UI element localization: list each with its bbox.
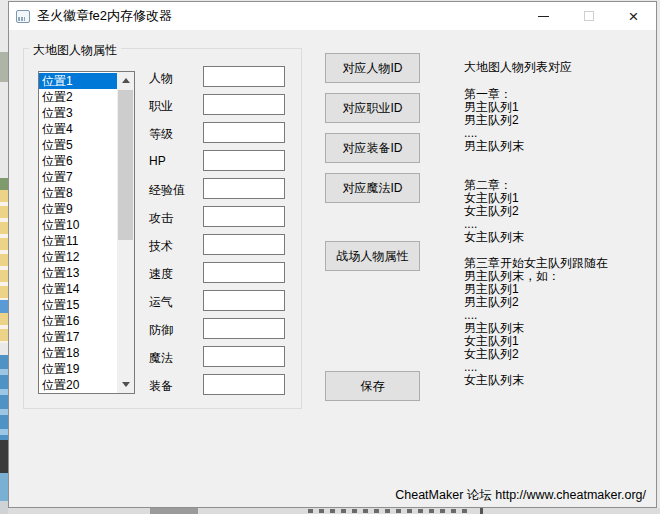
- desktop-icon-fragment: [0, 355, 8, 440]
- list-item[interactable]: 位置11: [39, 233, 117, 249]
- list-item[interactable]: 位置16: [39, 313, 117, 329]
- list-item[interactable]: 位置20: [39, 377, 117, 393]
- window-title: 圣火徽章fe2内存修改器: [37, 7, 172, 25]
- info-line: 女主队列末: [464, 231, 608, 244]
- field-label-exp: 经验值: [149, 182, 185, 199]
- cheatmaker-credit: CheatMaker 论坛 http://www.cheatmaker.org/: [395, 487, 646, 504]
- scrollbar-track[interactable]: [117, 72, 134, 393]
- desktop-icon-fragment: [0, 300, 8, 313]
- field-input-magic[interactable]: [203, 346, 285, 367]
- list-item[interactable]: 位置8: [39, 185, 117, 201]
- close-button[interactable]: ×: [611, 2, 656, 30]
- save-button[interactable]: 保存: [325, 371, 420, 401]
- field-input-exp[interactable]: [203, 178, 285, 199]
- list-item[interactable]: 位置1: [39, 73, 117, 89]
- desktop-icon-fragment: [0, 440, 8, 473]
- list-item[interactable]: 位置7: [39, 169, 117, 185]
- minimize-icon: [538, 16, 549, 17]
- app-window: 圣火徽章fe2内存修改器 × 大地图人物属性 位置1 位置2 位置3 位置4 位…: [8, 1, 657, 508]
- field-input-defense[interactable]: [203, 318, 285, 339]
- field-label-attack: 攻击: [149, 210, 173, 227]
- desktop-background-strip: [0, 0, 8, 514]
- list-item[interactable]: 位置4: [39, 121, 117, 137]
- desktop-icon-fragment: [0, 178, 8, 190]
- desktop-icon-fragment: [0, 473, 8, 501]
- field-label-defense: 防御: [149, 322, 173, 339]
- background-window-fragment: [480, 508, 483, 514]
- maximize-icon: [584, 11, 594, 21]
- background-window-fragment: [308, 509, 468, 513]
- scrollbar-thumb[interactable]: [118, 90, 133, 240]
- scrollbar-up-button[interactable]: [117, 72, 134, 89]
- info-line: 男主队列2: [464, 114, 608, 127]
- field-input-class[interactable]: [203, 94, 285, 115]
- list-item[interactable]: 位置2: [39, 89, 117, 105]
- maximize-button: [566, 2, 611, 30]
- field-label-luck: 运气: [149, 294, 173, 311]
- list-item[interactable]: 位置10: [39, 217, 117, 233]
- map-character-id-button[interactable]: 对应人物ID: [325, 53, 420, 83]
- scrollbar-down-button[interactable]: [117, 376, 134, 393]
- desktop-folder-icons-fragment: [0, 313, 8, 343]
- field-input-level[interactable]: [203, 122, 285, 143]
- list-item[interactable]: 位置9: [39, 201, 117, 217]
- position-listbox[interactable]: 位置1 位置2 位置3 位置4 位置5 位置6 位置7 位置8 位置9 位置10…: [38, 71, 135, 394]
- list-item[interactable]: 位置12: [39, 249, 117, 265]
- field-label-hp: HP: [149, 154, 166, 168]
- info-line: 女主队列2: [464, 348, 608, 361]
- map-class-id-button[interactable]: 对应职业ID: [325, 93, 420, 123]
- background-window-fragment: [150, 508, 198, 514]
- minimize-button[interactable]: [521, 2, 566, 30]
- desktop-icon-fragment: [0, 501, 8, 514]
- list-item[interactable]: 位置6: [39, 153, 117, 169]
- list-item[interactable]: 位置5: [39, 137, 117, 153]
- list-item[interactable]: 位置3: [39, 105, 117, 121]
- info-line: [464, 153, 608, 166]
- desktop-icon-fragment: [0, 52, 8, 82]
- field-label-equipment: 装备: [149, 378, 173, 395]
- field-input-luck[interactable]: [203, 290, 285, 311]
- info-line: 男主队列2: [464, 296, 608, 309]
- list-item[interactable]: 位置13: [39, 265, 117, 281]
- list-item[interactable]: 位置18: [39, 345, 117, 361]
- desktop-folder-icons-fragment: [0, 190, 8, 312]
- field-label-class: 职业: [149, 98, 173, 115]
- close-icon: ×: [629, 8, 639, 25]
- field-label-magic: 魔法: [149, 350, 173, 367]
- info-line: 女主队列2: [464, 205, 608, 218]
- field-label-level: 等级: [149, 126, 173, 143]
- field-input-skill[interactable]: [203, 234, 285, 255]
- field-label-skill: 技术: [149, 238, 173, 255]
- field-label-speed: 速度: [149, 266, 173, 283]
- field-input-equipment[interactable]: [203, 374, 285, 395]
- groupbox-title: 大地图人物属性: [29, 42, 121, 59]
- info-panel-title: 大地图人物列表对应: [464, 59, 572, 76]
- field-input-speed[interactable]: [203, 262, 285, 283]
- titlebar[interactable]: 圣火徽章fe2内存修改器 ×: [9, 2, 656, 30]
- info-panel-text: 第一章： 男主队列1 男主队列2 .... 男主队列末 第二章： 女主队列1 女…: [464, 88, 608, 387]
- field-input-hp[interactable]: [203, 150, 285, 171]
- info-line: 女主队列末: [464, 374, 608, 387]
- list-item[interactable]: 位置19: [39, 361, 117, 377]
- field-label-character: 人物: [149, 70, 173, 87]
- map-equipment-id-button[interactable]: 对应装备ID: [325, 133, 420, 163]
- list-item[interactable]: 位置17: [39, 329, 117, 345]
- map-magic-id-button[interactable]: 对应魔法ID: [325, 173, 420, 203]
- field-input-attack[interactable]: [203, 206, 285, 227]
- app-icon: [16, 10, 30, 23]
- list-item[interactable]: 位置15: [39, 297, 117, 313]
- info-line: 男主队列末: [464, 140, 608, 153]
- background-window-strip: [8, 508, 660, 514]
- field-input-character[interactable]: [203, 66, 285, 87]
- list-item[interactable]: 位置14: [39, 281, 117, 297]
- battle-attributes-button[interactable]: 战场人物属性: [325, 241, 420, 271]
